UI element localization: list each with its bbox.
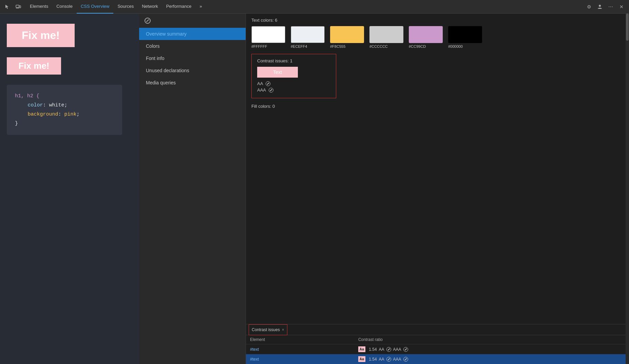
- code-line-2: color: white;: [15, 101, 114, 110]
- tab-css-overview[interactable]: CSS Overview: [77, 0, 114, 14]
- table-cell-ratio-2: Aa 1.54 AA AAA: [354, 354, 626, 364]
- contrast-issues-box[interactable]: Contrast issues: 1 Text AA AAA: [251, 54, 336, 98]
- swatch-cccccc[interactable]: #CCCCCC: [369, 26, 403, 48]
- code-value-pink: pink: [64, 112, 77, 117]
- sidebar-no-entry-row: [139, 14, 246, 28]
- scrollbar-thumb[interactable]: [626, 14, 629, 41]
- tab-close-button[interactable]: ×: [282, 327, 284, 332]
- scrollbar[interactable]: [626, 14, 629, 364]
- code-block: h1, h2 { color: white; background: pink;…: [7, 85, 122, 135]
- toolbar-right: ⚙ ⋯ ✕: [584, 2, 626, 12]
- tab-sources[interactable]: Sources: [113, 0, 138, 14]
- swatch-label-eceff4: #ECEFF4: [291, 44, 307, 48]
- webpage-preview: Fix me! Fix me! h1, h2 { color: white; b…: [0, 14, 139, 364]
- contrast-text-preview: Text: [257, 67, 298, 78]
- element-link-1[interactable]: #text: [250, 347, 259, 352]
- svg-rect-1: [19, 6, 21, 8]
- aaa-fail-icon-1: [403, 347, 408, 352]
- swatch-000000[interactable]: #000000: [448, 26, 482, 48]
- table-row[interactable]: #text Aa 1.54 AA AAA: [246, 354, 626, 364]
- swatch-box-f8c555: [330, 26, 364, 43]
- swatch-box-000000: [448, 26, 482, 43]
- swatch-box-cccccc: [369, 26, 403, 43]
- fix-me-large-text: Fix me!: [22, 29, 60, 42]
- aaa-label: AAA: [257, 87, 266, 93]
- contrast-aa-row: AA: [257, 81, 330, 86]
- contrast-issues-tab-label: Contrast issues: [252, 327, 280, 332]
- text-colors-label: Text colors: 6: [251, 18, 620, 23]
- swatch-cc99cd[interactable]: #CC99CD: [409, 26, 443, 48]
- aa-fail-icon-2: [386, 357, 391, 362]
- sidebar-item-unused-declarations[interactable]: Unused declarations: [139, 64, 246, 77]
- cursor-icon[interactable]: [3, 2, 12, 12]
- ratio-value-2: 1.54: [369, 357, 377, 362]
- main-content: Fix me! Fix me! h1, h2 { color: white; b…: [0, 14, 629, 364]
- no-entry-icon: [145, 18, 151, 24]
- ratio-cell-1: Aa 1.54 AA AAA: [358, 346, 622, 352]
- swatch-label-cc99cd: #CC99CD: [409, 44, 426, 48]
- sidebar-item-colors[interactable]: Colors: [139, 40, 246, 52]
- devtools-toolbar: Elements Console CSS Overview Sources Ne…: [0, 0, 629, 14]
- aaa-text-2: AAA: [393, 357, 401, 362]
- code-property-background: background: [28, 112, 58, 117]
- swatch-box-eceff4: [291, 26, 325, 43]
- color-swatches: #FFFFFF #ECEFF4 #F8C555 #CCCCCC #CC99CD: [251, 26, 620, 48]
- aaa-no-entry-icon: [269, 88, 273, 93]
- tab-performance[interactable]: Performance: [162, 0, 195, 14]
- tab-more[interactable]: »: [195, 0, 206, 14]
- swatch-f8c555[interactable]: #F8C555: [330, 26, 364, 48]
- code-line-1: h1, h2 {: [15, 92, 114, 101]
- devtools-bottom-panel: Contrast issues × Element Contrast ratio…: [246, 324, 626, 364]
- devtools-main-panel: Text colors: 6 #FFFFFF #ECEFF4 #F8C555 #…: [246, 14, 626, 364]
- settings-button[interactable]: ⚙: [584, 2, 594, 12]
- code-line-3: background: pink;: [15, 110, 114, 119]
- bottom-tabs-bar: Contrast issues ×: [246, 324, 626, 335]
- fix-me-small-text: Fix me!: [18, 61, 49, 71]
- table-row[interactable]: #text Aa 1.54 AA AAA: [246, 344, 626, 355]
- contrast-issues-tab[interactable]: Contrast issues ×: [249, 324, 287, 335]
- devtools-sidebar: Overview summary Colors Font info Unused…: [139, 14, 246, 364]
- fix-me-heading-1: Fix me!: [7, 24, 75, 47]
- sidebar-item-font-info[interactable]: Font info: [139, 52, 246, 64]
- user-button[interactable]: [595, 2, 605, 12]
- sidebar-item-overview-summary[interactable]: Overview summary: [139, 28, 246, 40]
- menu-button[interactable]: ⋯: [606, 2, 615, 12]
- ratio-cell-2: Aa 1.54 AA AAA: [358, 356, 622, 362]
- svg-rect-0: [16, 5, 19, 7]
- ratio-value-1: 1.54: [369, 347, 377, 352]
- aaa-text-1: AAA: [393, 347, 401, 352]
- device-icon[interactable]: [14, 2, 23, 12]
- table-cell-element-2: #text: [246, 354, 354, 364]
- swatch-label-ffffff: #FFFFFF: [251, 44, 267, 48]
- panel-content: Text colors: 6 #FFFFFF #ECEFF4 #F8C555 #…: [246, 14, 626, 324]
- aa-text-1: AA: [379, 347, 384, 352]
- aaa-fail-icon-2: [403, 357, 408, 362]
- fill-colors-label: Fill colors: 0: [251, 104, 620, 109]
- contrast-aaa-row: AAA: [257, 87, 330, 93]
- element-link-2[interactable]: #text: [250, 357, 259, 362]
- column-header-element: Element: [246, 335, 354, 344]
- swatch-label-f8c555: #F8C555: [330, 44, 345, 48]
- column-header-ratio: Contrast ratio: [354, 335, 626, 344]
- close-button[interactable]: ✕: [617, 2, 626, 12]
- swatch-box-cc99cd: [409, 26, 443, 43]
- swatch-eceff4[interactable]: #ECEFF4: [291, 26, 325, 48]
- contrast-issues-title: Contrast issues: 1: [257, 58, 330, 63]
- code-line-4: }: [15, 119, 114, 128]
- devtools-tabs: Elements Console CSS Overview Sources Ne…: [26, 0, 583, 14]
- aa-no-entry-icon: [266, 81, 270, 86]
- code-value-white: white: [49, 102, 64, 108]
- fix-me-heading-2: Fix me!: [7, 57, 61, 75]
- table-cell-element-1: #text: [246, 344, 354, 355]
- sidebar-item-media-queries[interactable]: Media queries: [139, 77, 246, 89]
- tab-console[interactable]: Console: [52, 0, 77, 14]
- code-selector: h1, h2 {: [15, 93, 39, 99]
- swatch-ffffff[interactable]: #FFFFFF: [251, 26, 285, 48]
- tab-network[interactable]: Network: [138, 0, 162, 14]
- code-property-color: color: [28, 102, 43, 108]
- tab-elements[interactable]: Elements: [26, 0, 52, 14]
- aa-label: AA: [257, 81, 263, 86]
- table-header-row: Element Contrast ratio: [246, 335, 626, 344]
- aa-fail-icon-1: [386, 347, 391, 352]
- contrast-table: Element Contrast ratio #text Aa 1.54: [246, 335, 626, 364]
